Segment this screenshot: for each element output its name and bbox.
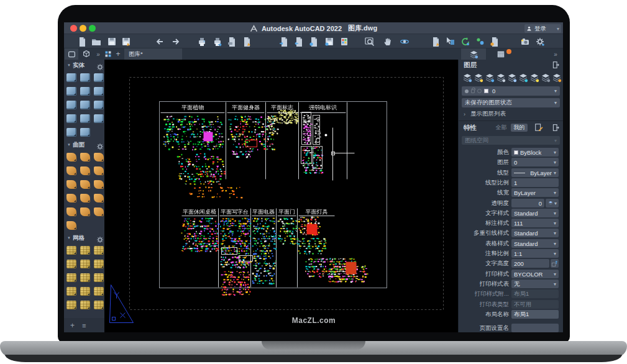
system-settings-icon[interactable] xyxy=(534,36,545,47)
网格-tool-icon[interactable] xyxy=(66,287,76,296)
point-markers-icon[interactable] xyxy=(475,36,485,47)
document-tab[interactable]: 图库* xyxy=(124,48,182,60)
曲面-tool-icon[interactable] xyxy=(80,153,90,162)
网格-tool-icon[interactable] xyxy=(66,260,76,268)
网格-tool-icon[interactable] xyxy=(94,246,104,255)
曲面-tool-icon[interactable] xyxy=(80,194,90,202)
viewport-tool-icon[interactable] xyxy=(65,48,78,60)
网格-tool-icon[interactable] xyxy=(94,260,104,268)
property-field-标注样式[interactable]: 111▾ xyxy=(511,219,559,227)
网格-tool-icon[interactable] xyxy=(94,287,104,296)
layout-grid-icon[interactable] xyxy=(103,48,113,60)
layer-tool-icon-2[interactable] xyxy=(485,73,494,82)
property-field-颜色[interactable]: ByBlock▾ xyxy=(511,148,559,157)
import-icon[interactable] xyxy=(278,36,289,47)
layer-tool-icon-1[interactable] xyxy=(474,73,483,82)
edit-properties-icon[interactable] xyxy=(534,123,543,132)
filter-all-button[interactable]: 全部 xyxy=(493,124,510,132)
property-field-图层[interactable]: 0▾ xyxy=(511,158,559,166)
markup-icon[interactable] xyxy=(430,36,441,47)
layer-tool-icon-0[interactable] xyxy=(462,73,472,82)
实体-tool-icon[interactable] xyxy=(80,101,90,109)
网格-tool-icon[interactable] xyxy=(80,260,90,268)
new-tab-plus-icon[interactable]: + xyxy=(114,48,122,60)
zoom-window-icon[interactable] xyxy=(364,36,375,47)
new-file-icon[interactable] xyxy=(76,36,87,47)
网格-tool-icon[interactable] xyxy=(80,287,90,296)
曲面-tool-icon[interactable] xyxy=(80,180,90,189)
曲面-tool-icon[interactable] xyxy=(94,180,104,189)
external-reference-refresh-icon[interactable] xyxy=(460,36,470,47)
export-icon[interactable] xyxy=(293,36,304,47)
曲面-tool-icon[interactable] xyxy=(66,166,76,175)
cube-tool-icon[interactable] xyxy=(80,48,93,60)
filter-mine-button[interactable]: 我的 xyxy=(511,124,528,132)
网格-tool-icon[interactable] xyxy=(94,301,104,309)
实体-tool-icon[interactable] xyxy=(66,114,76,123)
实体-tool-icon[interactable] xyxy=(94,101,104,109)
transparency-dropdown-button[interactable]: ▾ xyxy=(546,199,559,207)
property-field-线宽[interactable]: ByLayer▾ xyxy=(511,188,559,197)
实体-tool-icon[interactable] xyxy=(94,73,104,82)
property-field-多重引线样式[interactable]: Standard▾ xyxy=(511,229,559,237)
chevrons-icon[interactable]: » xyxy=(94,48,103,60)
close-properties-icon[interactable] xyxy=(552,123,560,131)
close-panel-icon[interactable] xyxy=(552,60,560,68)
show-layer-list[interactable]: › 显示图层列表 xyxy=(464,110,506,118)
网格-tool-icon[interactable] xyxy=(66,301,76,309)
网格-tool-icon[interactable] xyxy=(80,301,90,309)
实体-tool-icon[interactable] xyxy=(80,73,90,82)
曲面-tool-icon[interactable] xyxy=(66,180,76,189)
redo-icon[interactable] xyxy=(170,36,180,47)
实体-tool-icon[interactable] xyxy=(66,87,76,96)
page-setup-icon[interactable] xyxy=(241,36,252,47)
实体-tool-icon[interactable] xyxy=(66,128,76,137)
曲面-tool-icon[interactable] xyxy=(80,166,90,175)
实体-tool-icon[interactable] xyxy=(80,87,90,96)
property-field-注释比例[interactable]: 1:1▾ xyxy=(511,249,559,258)
palette-section-曲面[interactable]: ▼曲面 xyxy=(64,139,104,150)
undo-icon[interactable] xyxy=(155,36,165,47)
layer-tool-icon-7[interactable] xyxy=(541,73,550,82)
layer-tool-icon-8[interactable] xyxy=(552,73,561,82)
实体-tool-icon[interactable] xyxy=(94,87,104,96)
plot-icon[interactable] xyxy=(196,36,207,47)
batch-plot-icon[interactable] xyxy=(212,36,222,47)
attach-reference-icon[interactable] xyxy=(308,36,319,47)
曲面-tool-icon[interactable] xyxy=(66,207,76,216)
实体-tool-icon[interactable] xyxy=(94,114,104,123)
网格-tool-icon[interactable] xyxy=(80,246,90,255)
曲面-tool-icon[interactable] xyxy=(66,153,76,162)
design-palette-icon[interactable] xyxy=(339,36,349,47)
palette-section-网格[interactable]: ▼网格 xyxy=(64,232,104,243)
measure-sheet-icon[interactable] xyxy=(489,36,500,47)
曲面-tool-icon[interactable] xyxy=(66,221,76,230)
save-to-web-icon[interactable] xyxy=(324,36,334,47)
current-layer-dropdown[interactable]: 0 ▾ xyxy=(462,86,560,96)
save-as-icon[interactable] xyxy=(121,36,131,47)
网格-tool-icon[interactable] xyxy=(66,246,76,255)
space-selector-dropdown[interactable]: 图纸空间 ▾ xyxy=(462,136,560,145)
网格-tool-icon[interactable] xyxy=(94,273,104,282)
property-field-打印样式[interactable]: BYCOLOR▾ xyxy=(511,270,559,278)
visual-capture-icon[interactable] xyxy=(519,36,530,47)
property-field-透明度[interactable]: 0 xyxy=(511,199,544,207)
曲面-tool-icon[interactable] xyxy=(66,194,76,202)
gear-icon[interactable] xyxy=(95,142,101,148)
曲面-tool-icon[interactable] xyxy=(94,194,104,202)
实体-tool-icon[interactable] xyxy=(80,114,90,123)
layer-tool-icon-6[interactable] xyxy=(529,73,539,82)
网格-tool-icon[interactable] xyxy=(66,273,76,282)
layer-state-dropdown[interactable]: 未保存的图层状态 ▾ xyxy=(462,98,560,107)
drawing-canvas[interactable] xyxy=(104,60,458,332)
open-file-icon[interactable] xyxy=(91,36,101,47)
曲面-tool-icon[interactable] xyxy=(80,207,90,216)
gear-icon[interactable] xyxy=(95,62,101,68)
property-field-打印样式表[interactable]: 无▾ xyxy=(511,280,559,288)
plot-preview-icon[interactable] xyxy=(226,36,237,47)
曲面-tool-icon[interactable] xyxy=(94,207,104,216)
layer-tool-icon-3[interactable] xyxy=(496,73,505,82)
copy-with-cursor-icon[interactable] xyxy=(445,36,455,47)
实体-tool-icon[interactable] xyxy=(66,101,76,109)
tab-layers[interactable] xyxy=(461,48,486,60)
